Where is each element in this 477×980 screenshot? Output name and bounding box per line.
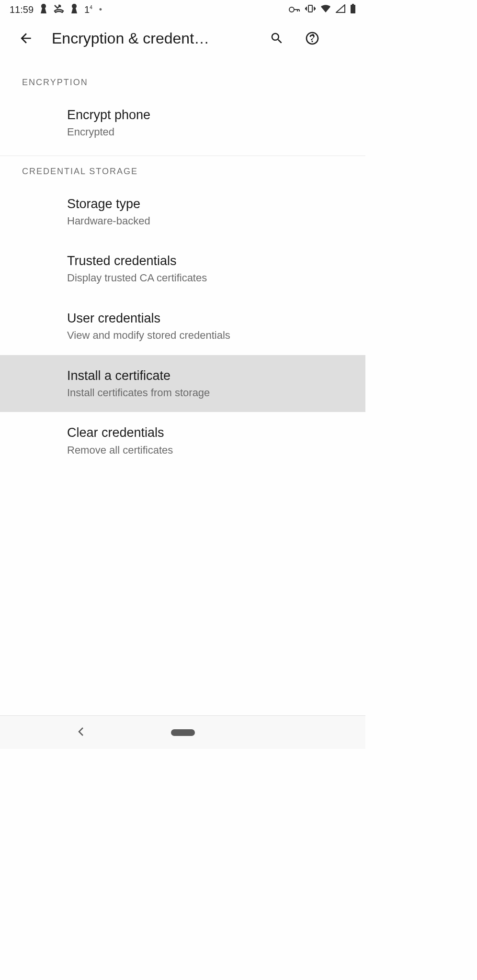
signal-1-icon: 14 bbox=[84, 4, 92, 15]
navigation-bar bbox=[0, 715, 365, 749]
page-title: Encryption & credent… bbox=[52, 30, 253, 47]
arrow-back-icon bbox=[18, 31, 34, 46]
vibrate-icon bbox=[305, 4, 316, 15]
svg-point-0 bbox=[289, 7, 294, 12]
section-header-encryption: ENCRYPTION bbox=[0, 71, 365, 94]
item-subtitle: Remove all certificates bbox=[67, 444, 343, 457]
section-header-credential-storage: CREDENTIAL STORAGE bbox=[0, 160, 365, 183]
item-subtitle: Encrypted bbox=[67, 125, 343, 139]
divider bbox=[0, 156, 365, 156]
item-title: Encrypt phone bbox=[67, 107, 343, 123]
item-subtitle: Hardware-backed bbox=[67, 214, 343, 228]
keyhole-icon bbox=[71, 4, 78, 16]
cell-signal-icon bbox=[336, 4, 345, 15]
item-subtitle: Display trusted CA certificates bbox=[67, 271, 343, 285]
app-bar: Encryption & credent… bbox=[0, 19, 365, 57]
item-title: Trusted credentials bbox=[67, 253, 343, 269]
content: ENCRYPTION Encrypt phone Encrypted CREDE… bbox=[0, 57, 365, 469]
back-button[interactable] bbox=[14, 27, 37, 50]
nav-back-button[interactable] bbox=[77, 726, 85, 739]
svg-rect-3 bbox=[351, 5, 355, 13]
item-title: User credentials bbox=[67, 310, 343, 327]
list-item-user-credentials[interactable]: User credentials View and modify stored … bbox=[0, 298, 365, 355]
help-button[interactable] bbox=[301, 27, 324, 50]
keyhole-icon bbox=[40, 4, 47, 16]
missed-call-icon bbox=[54, 4, 64, 15]
list-item-encrypt-phone[interactable]: Encrypt phone Encrypted bbox=[0, 94, 365, 152]
help-icon bbox=[305, 31, 320, 46]
item-title: Install a certificate bbox=[67, 368, 343, 384]
svg-rect-2 bbox=[352, 4, 354, 5]
item-subtitle: View and modify stored credentials bbox=[67, 329, 343, 343]
search-icon bbox=[270, 31, 284, 45]
item-title: Clear credentials bbox=[67, 424, 343, 441]
status-time: 11:59 bbox=[10, 4, 34, 15]
status-bar: 11:59 14 • bbox=[0, 0, 365, 19]
svg-rect-1 bbox=[308, 5, 312, 12]
list-item-clear-credentials[interactable]: Clear credentials Remove all certificate… bbox=[0, 412, 365, 469]
item-title: Storage type bbox=[67, 196, 343, 212]
status-right bbox=[289, 4, 356, 16]
search-button[interactable] bbox=[265, 27, 288, 50]
list-item-trusted-credentials[interactable]: Trusted credentials Display trusted CA c… bbox=[0, 240, 365, 298]
wifi-icon bbox=[320, 4, 331, 15]
item-subtitle: Install certificates from storage bbox=[67, 386, 343, 400]
home-pill[interactable] bbox=[171, 729, 195, 736]
key-icon bbox=[289, 4, 300, 15]
list-item-install-certificate[interactable]: Install a certificate Install certificat… bbox=[0, 355, 365, 412]
battery-icon bbox=[350, 4, 356, 16]
status-left: 11:59 14 • bbox=[10, 4, 102, 16]
dot-icon: • bbox=[99, 5, 102, 15]
list-item-storage-type[interactable]: Storage type Hardware-backed bbox=[0, 183, 365, 241]
